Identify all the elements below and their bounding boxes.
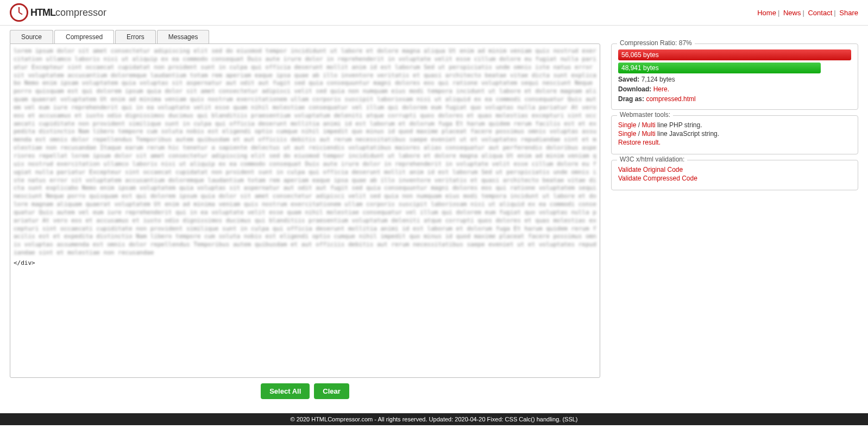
webmaster-legend: Webmaster tools: [617,111,673,119]
logo-text: HTMLcompressor [30,7,106,18]
footer: © 2020 HTMLCompressor.com - All rights r… [0,413,868,425]
drag-line: Drag as: compressed.html [618,95,851,103]
drag-link[interactable]: compressed.html [646,95,695,103]
w3c-validation-panel: W3C x/html validation: Validate Original… [611,160,858,190]
left-column: lorem ipsum dolor sit amet consectetur a… [10,43,600,399]
download-line: Download: Here. [618,85,851,93]
select-all-button[interactable]: Select All [261,383,310,399]
button-row: Select All Clear [10,383,600,399]
restore-line: Restore result. [618,139,851,146]
js-multi-link[interactable]: Multi [641,130,655,138]
nav-news[interactable]: News [783,9,801,17]
compressed-output[interactable]: lorem ipsum dolor sit amet consectetur a… [10,43,600,378]
validate-compressed-link[interactable]: Validate Compressed Code [618,175,697,182]
right-column: Compression Ratio: 87% 56,065 bytes 48,9… [611,43,858,399]
compression-ratio-panel: Compression Ratio: 87% 56,065 bytes 48,9… [611,43,858,110]
php-single-link[interactable]: Single [618,121,636,129]
code-tail: </div> [14,259,596,268]
before-bar: 56,065 bytes [618,49,851,60]
logo-regular: compressor [55,7,106,18]
validation-legend: W3C x/html validation: [617,156,687,163]
nav-contact[interactable]: Contact [808,9,832,17]
logo: HTMLcompressor [10,3,106,22]
clock-icon [10,3,28,22]
saved-line: Saved: 7,124 bytes [618,76,851,83]
nav-home[interactable]: Home [757,9,776,17]
after-bar: 48,941 bytes [618,63,821,73]
tabs: Source Compressed Errors Messages [10,30,868,43]
clear-button[interactable]: Clear [314,383,349,399]
validate-original-link[interactable]: Validate Original Code [618,166,683,173]
download-link[interactable]: Here. [653,85,669,93]
webmaster-tools-panel: Webmaster tools: Single / Multi line PHP… [611,115,858,154]
js-string-line: Single / Multi line JavaScript string. [618,130,851,138]
blurred-code: lorem ipsum dolor sit amet consectetur a… [14,47,596,257]
js-single-link[interactable]: Single [618,130,636,138]
php-multi-link[interactable]: Multi [641,121,655,129]
tab-source[interactable]: Source [10,30,53,43]
ratio-legend: Compression Ratio: 87% [617,39,695,47]
tab-messages[interactable]: Messages [157,30,210,43]
main-content: lorem ipsum dolor sit amet consectetur a… [0,43,868,406]
nav-share[interactable]: Share [839,9,858,17]
logo-bold: HTML [30,7,55,18]
header: HTMLcompressor Home| News| Contact| Shar… [0,0,868,26]
nav-links: Home| News| Contact| Share [757,9,858,17]
php-string-line: Single / Multi line PHP string. [618,121,851,129]
restore-link[interactable]: Restore result. [618,139,661,146]
tab-compressed[interactable]: Compressed [54,30,114,43]
tab-errors[interactable]: Errors [115,30,156,43]
